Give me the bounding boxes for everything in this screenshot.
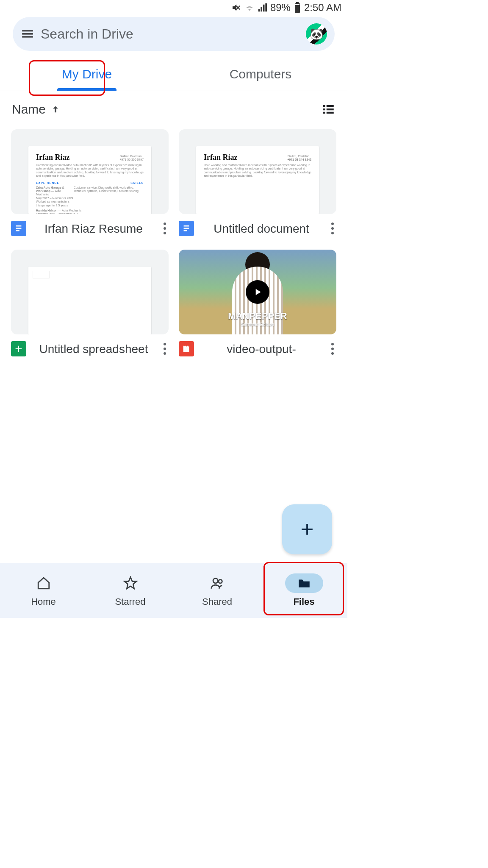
hamburger-menu-icon[interactable] (20, 27, 35, 41)
nav-label: Shared (202, 596, 232, 607)
file-thumbnail: Irfan RiazSialkot, Pakistan+971 56 300 0… (11, 129, 169, 214)
file-thumbnail: Irfan RiazSialkot, Pakistan+971 58 344 8… (179, 129, 336, 214)
nav-label: Starred (115, 596, 145, 607)
nav-home[interactable]: Home (0, 563, 87, 618)
status-bar: 89% 2:50 AM (0, 0, 347, 15)
svg-point-4 (218, 580, 222, 584)
folder-icon (285, 573, 323, 593)
svg-rect-2 (295, 4, 299, 5)
location-tabs: My Drive Computers (0, 59, 347, 91)
play-icon (246, 280, 269, 304)
more-options-icon[interactable] (329, 220, 336, 237)
google-sheet-icon (11, 341, 26, 356)
file-thumbnail: MANPEPPERSummer Edition (179, 250, 336, 334)
preview-title: Irfan Riaz (204, 153, 238, 162)
people-icon (198, 573, 236, 593)
arrow-up-icon (51, 105, 60, 114)
clock-time: 2:50 AM (304, 2, 341, 14)
mute-vibrate-icon (231, 3, 241, 13)
sort-by-name-button[interactable]: Name (12, 102, 60, 117)
battery-icon (294, 2, 301, 13)
create-new-button[interactable] (282, 504, 332, 554)
star-icon (111, 573, 150, 593)
nav-starred[interactable]: Starred (87, 563, 174, 618)
file-name: video-output- (198, 342, 324, 356)
nav-label: Home (31, 596, 56, 607)
search-bar[interactable]: Search in Drive 🐼 (13, 17, 335, 51)
sort-label: Name (12, 102, 46, 117)
svg-point-3 (213, 579, 218, 583)
file-name: Untitled spreadsheet (30, 342, 157, 356)
google-doc-icon (11, 221, 26, 236)
tab-my-drive[interactable]: My Drive (0, 59, 174, 91)
video-overlay-title: MANPEPPER (228, 311, 287, 321)
plus-icon (298, 520, 316, 539)
battery-percent: 89% (270, 2, 291, 14)
video-overlay-sub: Summer Edition (228, 322, 287, 327)
files-grid: Irfan RiazSialkot, Pakistan+971 56 300 0… (0, 117, 347, 408)
file-item[interactable]: MANPEPPERSummer Edition video-output- (179, 250, 336, 357)
more-options-icon[interactable] (161, 220, 169, 237)
preview-title: Irfan Riaz (36, 153, 70, 162)
more-options-icon[interactable] (329, 340, 336, 357)
video-file-icon (179, 341, 194, 356)
file-name: Untitled document (198, 221, 324, 236)
signal-icon (258, 3, 267, 12)
nav-shared[interactable]: Shared (174, 563, 261, 618)
file-name: Irfan Riaz Resume (30, 221, 157, 236)
nav-label: Files (293, 596, 314, 607)
tab-computers[interactable]: Computers (174, 59, 347, 91)
account-avatar[interactable]: 🐼 (306, 23, 327, 45)
google-doc-icon (179, 221, 194, 236)
search-placeholder: Search in Drive (41, 26, 300, 42)
more-options-icon[interactable] (161, 340, 169, 357)
file-item[interactable]: Irfan RiazSialkot, Pakistan+971 58 344 8… (179, 129, 336, 237)
nav-files[interactable]: Files (261, 563, 347, 618)
file-item[interactable]: Irfan RiazSialkot, Pakistan+971 56 300 0… (11, 129, 169, 237)
home-icon (25, 573, 63, 593)
file-thumbnail (11, 250, 169, 334)
svg-rect-1 (296, 2, 299, 3)
bottom-navigation: Home Starred Shared Files (0, 563, 347, 618)
file-item[interactable]: Untitled spreadsheet (11, 250, 169, 357)
list-view-icon[interactable] (321, 102, 336, 117)
wifi-icon (245, 3, 254, 12)
